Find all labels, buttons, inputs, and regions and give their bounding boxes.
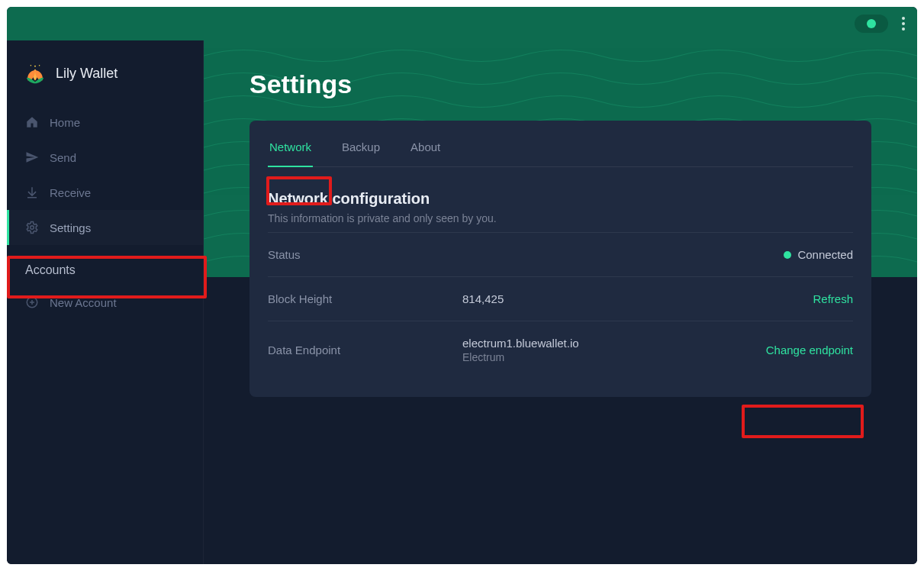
tab-backup[interactable]: Backup (340, 127, 382, 167)
change-endpoint-button[interactable]: Change endpoint (766, 344, 853, 356)
sidebar-item-new-account[interactable]: New Account (7, 285, 203, 320)
sidebar-item-label: New Account (50, 296, 117, 309)
main: Settings Network Backup About Network co… (204, 40, 917, 564)
connection-indicator (855, 15, 888, 33)
app-menu-button[interactable] (899, 14, 908, 34)
sidebar: Lily Wallet Home Send Receive Settings (7, 40, 204, 564)
block-height-value: 814,425 (462, 292, 813, 305)
brand: Lily Wallet (7, 62, 203, 105)
page-title: Settings (250, 69, 871, 99)
network-panel: Network configuration This information i… (268, 167, 853, 379)
plus-circle-icon (25, 295, 39, 309)
sidebar-item-settings[interactable]: Settings (7, 210, 203, 245)
tab-network[interactable]: Network (268, 127, 313, 167)
accounts-section-label: Accounts (7, 245, 203, 285)
row-block-height: Block Height 814,425 Refresh (268, 276, 853, 321)
endpoint-type: Electrum (462, 351, 766, 363)
panel-title: Network configuration (268, 190, 853, 208)
brand-name: Lily Wallet (56, 66, 118, 82)
connection-dot-icon (867, 19, 876, 28)
settings-card: Network Backup About Network configurati… (250, 121, 871, 397)
sidebar-item-label: Home (50, 116, 80, 129)
sidebar-item-label: Settings (50, 221, 91, 234)
nav: Home Send Receive Settings (7, 105, 203, 245)
sidebar-item-label: Send (50, 151, 76, 164)
sidebar-item-receive[interactable]: Receive (7, 175, 203, 210)
titlebar (7, 7, 917, 40)
row-endpoint: Data Endpoint electrum1.bluewallet.io El… (268, 321, 853, 379)
svg-point-3 (31, 226, 34, 230)
sidebar-item-label: Receive (50, 186, 91, 199)
settings-tabs: Network Backup About (268, 121, 853, 167)
status-label: Status (268, 248, 462, 261)
row-status: Status Connected (268, 232, 853, 276)
endpoint-label: Data Endpoint (268, 344, 462, 356)
home-icon (25, 115, 39, 129)
receive-icon (25, 185, 39, 199)
refresh-button[interactable]: Refresh (813, 292, 853, 305)
endpoint-host: electrum1.bluewallet.io (462, 337, 766, 350)
status-value: Connected (797, 248, 853, 261)
status-dot-icon (784, 251, 791, 259)
tab-about[interactable]: About (409, 127, 442, 167)
gear-icon (25, 221, 39, 234)
svg-point-1 (31, 65, 32, 66)
panel-subtitle: This information is private and only see… (268, 212, 853, 224)
lotus-icon (24, 62, 47, 85)
sidebar-item-home[interactable]: Home (7, 105, 203, 140)
sidebar-item-send[interactable]: Send (7, 140, 203, 175)
svg-point-2 (39, 65, 40, 66)
block-height-label: Block Height (268, 292, 462, 305)
svg-point-0 (34, 66, 36, 67)
send-icon (25, 150, 39, 164)
